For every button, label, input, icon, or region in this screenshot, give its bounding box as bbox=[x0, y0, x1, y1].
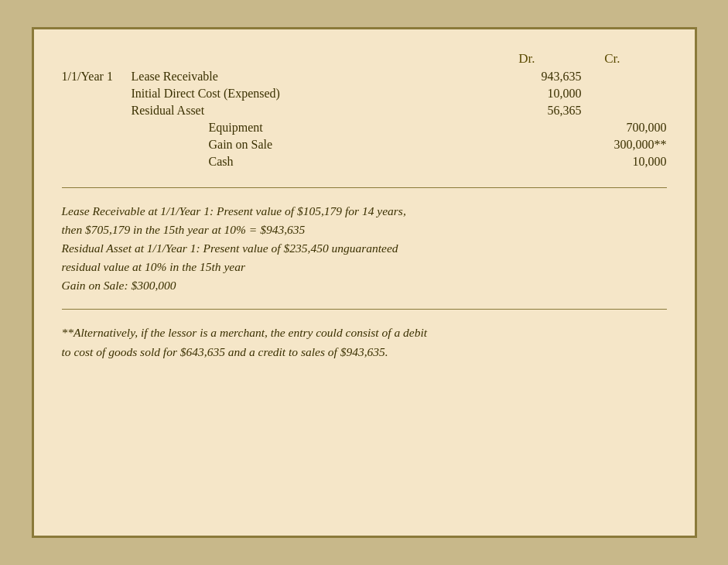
account-name: Equipment bbox=[132, 121, 497, 135]
table-row: Residual Asset 56,365 bbox=[62, 104, 667, 118]
footnote-line-2: to cost of goods sold for $643,635 and a… bbox=[62, 343, 667, 362]
journal-card: Dr. Cr. 1/1/Year 1 Lease Receivable 943,… bbox=[32, 27, 697, 538]
cr-amount: 300,000** bbox=[582, 138, 667, 152]
account-name: Lease Receivable bbox=[132, 70, 497, 84]
account-name: Initial Direct Cost (Expensed) bbox=[132, 87, 497, 101]
footnote-line-1: **Alternatively, if the lessor is a merc… bbox=[62, 324, 667, 343]
table-row: Gain on Sale 300,000** bbox=[62, 138, 667, 152]
table-row: Cash 10,000 bbox=[62, 155, 667, 169]
divider-2 bbox=[62, 309, 667, 310]
cr-amount: 700,000 bbox=[582, 121, 667, 135]
table-row: 1/1/Year 1 Lease Receivable 943,635 bbox=[62, 70, 667, 84]
account-name: Cash bbox=[132, 155, 497, 169]
table-row: Equipment 700,000 bbox=[62, 121, 667, 135]
divider bbox=[62, 187, 667, 188]
note-line-5: Gain on Sale: $300,000 bbox=[62, 276, 667, 295]
note-line-1: Lease Receivable at 1/1/Year 1: Present … bbox=[62, 202, 667, 221]
journal-section: 1/1/Year 1 Lease Receivable 943,635 Init… bbox=[62, 70, 667, 169]
note-line-2: then $705,179 in the 15th year at 10% = … bbox=[62, 221, 667, 239]
dr-header: Dr. bbox=[450, 51, 535, 67]
note-line-3: Residual Asset at 1/1/Year 1: Present va… bbox=[62, 239, 667, 258]
cr-header: Cr. bbox=[535, 51, 620, 67]
header-row: Dr. Cr. bbox=[62, 51, 667, 67]
account-name: Residual Asset bbox=[132, 104, 497, 118]
cr-amount: 10,000 bbox=[582, 155, 667, 169]
dr-amount: 943,635 bbox=[497, 70, 582, 84]
note-line-4: residual value at 10% in the 15th year bbox=[62, 258, 667, 276]
account-name: Gain on Sale bbox=[132, 138, 497, 152]
notes-section: Lease Receivable at 1/1/Year 1: Present … bbox=[62, 202, 667, 295]
table-row: Initial Direct Cost (Expensed) 10,000 bbox=[62, 87, 667, 101]
dr-amount: 56,365 bbox=[497, 104, 582, 118]
entry-date: 1/1/Year 1 bbox=[62, 70, 132, 84]
dr-amount: 10,000 bbox=[497, 87, 582, 101]
footnote-section: **Alternatively, if the lessor is a merc… bbox=[62, 324, 667, 362]
